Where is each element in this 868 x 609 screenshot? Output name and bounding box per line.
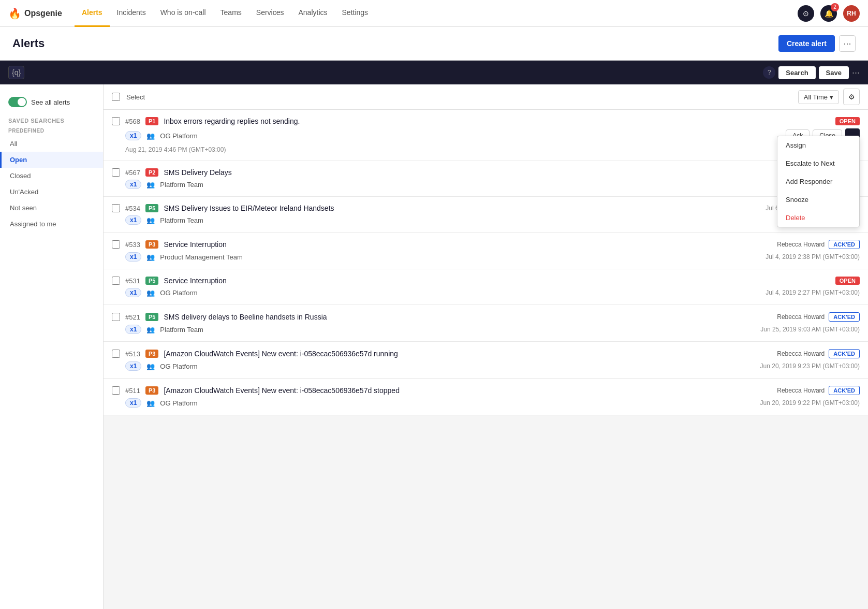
alert-title[interactable]: [Amazon CloudWatch Events] New event: i-… <box>164 386 772 395</box>
logo[interactable]: 🔥 Opsgenie <box>8 7 62 20</box>
alert-checkbox-521[interactable] <box>112 313 120 321</box>
nav-incidents[interactable]: Incidents <box>110 0 153 27</box>
sidebar-item-all[interactable]: All <box>0 136 103 152</box>
predefined-label: PREDEFINED <box>0 126 103 136</box>
nav-teams[interactable]: Teams <box>213 0 249 27</box>
nav-services[interactable]: Services <box>249 0 291 27</box>
status-badge: ACK'ED <box>829 349 860 358</box>
alerts-list: Select All Time ▾ ⚙ #568 P1 In <box>104 84 868 609</box>
sidebar-item-unacked[interactable]: Un'Acked <box>0 184 103 200</box>
nav-analytics[interactable]: Analytics <box>291 0 334 27</box>
alert-title[interactable]: SMS delivery delays to Beeline handsets … <box>164 313 772 321</box>
logo-icon: 🔥 <box>8 7 21 20</box>
sidebar-item-closed[interactable]: Closed <box>0 168 103 184</box>
notification-wrapper: 🔔 2 <box>820 5 837 22</box>
count-badge: x1 <box>125 131 141 140</box>
alert-meta-right: OPEN <box>835 117 860 125</box>
nav-links: Alerts Incidents Who is on-call Teams Se… <box>75 0 798 27</box>
save-search-button[interactable]: Save <box>819 66 849 79</box>
alert-row-top: #531 P5 Service Interruption OPEN <box>112 277 860 285</box>
avatar[interactable]: RH <box>843 5 860 22</box>
alert-checkbox-531[interactable] <box>112 277 120 285</box>
count-badge: x1 <box>125 252 141 262</box>
status-badge: ACK'ED <box>829 386 860 395</box>
priority-badge: P5 <box>145 277 158 285</box>
nav-settings[interactable]: Settings <box>335 0 376 27</box>
see-all-alerts-toggle[interactable]: See all alerts <box>0 93 103 111</box>
filter-settings-button[interactable]: ⚙ <box>843 89 860 105</box>
search-icon-wrap[interactable]: {q} <box>8 66 24 79</box>
alert-title[interactable]: Inbox errors regarding replies not sendi… <box>164 117 830 125</box>
search-bar: {q} ? Search Save ··· <box>0 61 868 84</box>
alert-title[interactable]: Service Interruption <box>164 240 772 249</box>
time-filter-dropdown[interactable]: All Time ▾ <box>798 90 839 104</box>
filter-icon: ⚙ <box>848 93 855 101</box>
sidebar-item-assigned-to-me[interactable]: Assigned to me <box>0 216 103 232</box>
search-button[interactable]: Search <box>778 66 815 79</box>
time-filter-label: All Time <box>804 93 828 101</box>
alert-checkbox-534[interactable] <box>112 204 120 212</box>
nav-alerts[interactable]: Alerts <box>75 0 110 27</box>
alert-row[interactable]: #534 P5 SMS Delivery Issues to EIR/Meteo… <box>104 197 868 233</box>
alert-checkbox-513[interactable] <box>112 350 120 358</box>
count-badge: x1 <box>125 361 141 371</box>
alert-row-bottom: x1 👥 Product Management Team Jul 4, 2019… <box>112 252 860 262</box>
sidebar-item-open[interactable]: Open <box>0 152 103 168</box>
team-name: OG Platform <box>160 289 197 297</box>
count-badge: x1 <box>125 215 141 225</box>
alert-row[interactable]: #531 P5 Service Interruption OPEN x1 👥 O… <box>104 269 868 305</box>
alert-row[interactable]: #521 P5 SMS delivery delays to Beeline h… <box>104 305 868 342</box>
chevron-down-icon: ▾ <box>830 93 833 101</box>
alert-checkbox-511[interactable] <box>112 386 120 395</box>
compass-icon-btn[interactable]: ⊙ <box>798 5 814 22</box>
alert-row[interactable]: #513 P3 [Amazon CloudWatch Events] New e… <box>104 342 868 379</box>
team-icon: 👥 <box>146 253 155 261</box>
alert-time: Jun 20, 2019 9:22 PM (GMT+03:00) <box>760 399 860 407</box>
alert-checkbox-567[interactable] <box>112 168 120 177</box>
sidebar-item-not-seen[interactable]: Not seen <box>0 200 103 216</box>
alert-row[interactable]: #511 P3 [Amazon CloudWatch Events] New e… <box>104 379 868 415</box>
alert-row-top: #534 P5 SMS Delivery Issues to EIR/Meteo… <box>112 204 860 212</box>
toggle-switch[interactable] <box>8 97 27 107</box>
alert-title[interactable]: SMS Delivery Issues to EIR/Meteor Irelan… <box>164 204 760 212</box>
dropdown-snooze[interactable]: Snooze <box>777 191 859 209</box>
alert-title[interactable]: Service Interruption <box>164 277 830 285</box>
team-icon: 👥 <box>146 132 155 140</box>
alert-responder: Rebecca Howard <box>777 241 825 248</box>
header-more-button[interactable]: ··· <box>839 35 856 52</box>
alert-row-bottom: x1 👥 Platform Team <box>112 180 860 189</box>
nav-who-is-on-call[interactable]: Who is on-call <box>153 0 213 27</box>
alert-title[interactable]: SMS Delivery Delays <box>164 168 816 177</box>
select-all-checkbox[interactable] <box>112 93 120 101</box>
alert-number: #534 <box>125 205 140 212</box>
select-label: Select <box>126 93 145 101</box>
search-help-button[interactable]: ? <box>763 66 775 79</box>
alert-title[interactable]: [Amazon CloudWatch Events] New event: i-… <box>164 350 772 358</box>
header-actions: Create alert ··· <box>778 35 856 52</box>
search-more-button[interactable]: ··· <box>852 67 860 78</box>
team-icon: 👥 <box>146 326 155 334</box>
alert-row[interactable]: #568 P1 Inbox errors regarding replies n… <box>104 110 868 161</box>
alert-row[interactable]: #567 P2 SMS Delivery Delays Aug 20, 201.… <box>104 161 868 197</box>
alert-time: Jul 4, 2019 2:38 PM (GMT+03:00) <box>766 253 860 260</box>
priority-badge: P5 <box>145 204 158 212</box>
toolbar-right: All Time ▾ ⚙ <box>798 89 860 105</box>
team-name: Platform Team <box>160 181 203 189</box>
alert-row-bottom: x1 👥 OG Platform Ack Close ··· <box>112 128 860 143</box>
team-icon: 👥 <box>146 363 155 370</box>
dropdown-delete[interactable]: Delete <box>777 209 859 227</box>
alert-checkbox-568[interactable] <box>112 117 120 125</box>
dropdown-escalate[interactable]: Escalate to Next <box>777 154 859 172</box>
dropdown-add-responder[interactable]: Add Responder <box>777 172 859 191</box>
team-icon: 👥 <box>146 289 155 297</box>
alert-row[interactable]: #533 P3 Service Interruption Rebecca How… <box>104 233 868 269</box>
team-name: OG Platform <box>160 363 197 370</box>
count-badge: x1 <box>125 180 141 189</box>
dropdown-assign[interactable]: Assign <box>777 136 859 154</box>
top-nav: 🔥 Opsgenie Alerts Incidents Who is on-ca… <box>0 0 868 27</box>
alert-row-top: #513 P3 [Amazon CloudWatch Events] New e… <box>112 349 860 358</box>
alert-checkbox-533[interactable] <box>112 240 120 249</box>
create-alert-button[interactable]: Create alert <box>778 35 835 52</box>
team-name: Product Management Team <box>160 253 242 261</box>
search-input[interactable] <box>28 66 759 79</box>
